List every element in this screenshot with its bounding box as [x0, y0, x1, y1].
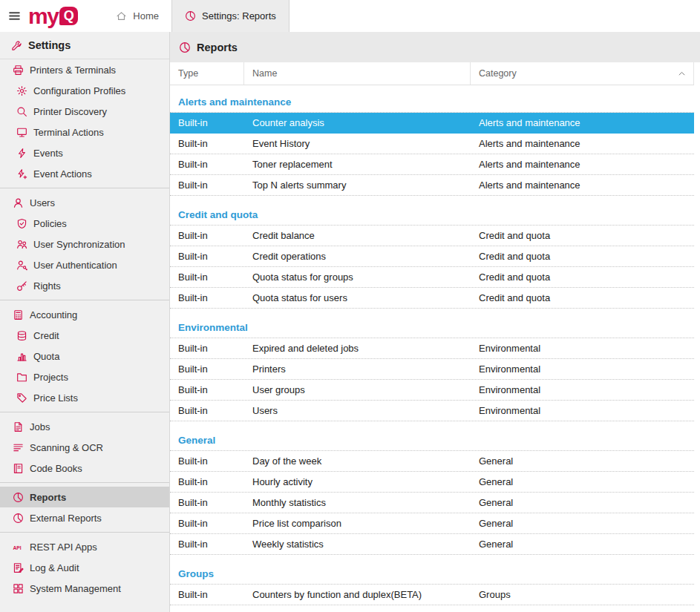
- cell-name: Expired and deleted jobs: [244, 338, 471, 358]
- sidebar-item-accounting[interactable]: Accounting: [0, 304, 169, 325]
- table-row[interactable]: Built-inPrice list comparisonGeneral: [170, 513, 694, 534]
- sidebar-item-rest-api-apps[interactable]: APIREST API Apps: [0, 536, 169, 557]
- table-row[interactable]: Built-inTop N alerts summaryAlerts and m…: [170, 175, 694, 196]
- column-header-name[interactable]: Name: [244, 62, 471, 85]
- sidebar-item-label: Event Actions: [33, 168, 92, 180]
- svg-text:API: API: [13, 544, 21, 550]
- sidebar-item-projects[interactable]: Projects: [0, 366, 169, 387]
- cell-name: Counter analysis: [244, 113, 471, 133]
- reports-icon: [179, 42, 191, 53]
- sidebar-item-events[interactable]: Events: [0, 142, 169, 163]
- table-row[interactable]: Built-inPrintersEnvironmental: [170, 359, 694, 380]
- sidebar-item-policies[interactable]: Policies: [0, 213, 169, 234]
- sidebar-item-users[interactable]: Users: [0, 192, 169, 213]
- table-row[interactable]: Built-inCredit balanceCredit and quota: [170, 226, 694, 246]
- cell-type: Built-in: [170, 154, 244, 174]
- credit-icon: [16, 329, 27, 341]
- cell-type: Built-in: [170, 451, 244, 471]
- tab-home[interactable]: Home: [103, 0, 171, 32]
- menu-icon[interactable]: [0, 0, 28, 32]
- key-icon: [16, 280, 27, 292]
- sidebar-nav: Printers & TerminalsConfiguration Profil…: [0, 59, 169, 599]
- cell-type: Built-in: [170, 401, 244, 421]
- table-row[interactable]: Built-inQuota status for usersCredit and…: [170, 288, 694, 309]
- table-row[interactable]: Built-inToner replacementAlerts and main…: [170, 154, 694, 175]
- table-row[interactable]: Built-inCounters by function and duplex(…: [170, 585, 694, 605]
- cell-category: Environmental: [471, 380, 694, 400]
- cell-name: Counters by function and duplex(BETA): [244, 585, 471, 605]
- sidebar-item-label: User Synchronization: [33, 239, 125, 250]
- tab-home-label: Home: [133, 10, 159, 22]
- sidebar-item-jobs[interactable]: Jobs: [0, 416, 169, 437]
- sidebar-item-code-books[interactable]: Code Books: [0, 458, 169, 478]
- cell-category: Groups: [471, 585, 694, 605]
- logo-text-my: my: [28, 5, 58, 27]
- log-icon: [12, 562, 24, 573]
- sidebar-item-log-audit[interactable]: Log & Audit: [0, 557, 169, 578]
- cell-name: Weekly statistics: [244, 534, 471, 554]
- bolt-icon: [16, 147, 27, 159]
- sidebar-item-label: Accounting: [30, 309, 77, 320]
- sidebar-item-credit[interactable]: Credit: [0, 325, 169, 346]
- table-row[interactable]: Built-inUser groupsEnvironmental: [170, 380, 694, 401]
- table-row[interactable]: Built-inDay of the weekGeneral: [170, 451, 694, 472]
- sidebar-item-label: Scanning & OCR: [30, 442, 103, 453]
- table-row[interactable]: Built-inExpired and deleted jobsEnvironm…: [170, 338, 694, 359]
- sidebar-item-rights[interactable]: Rights: [0, 275, 169, 296]
- cell-type: Built-in: [170, 513, 244, 533]
- tab-bar: Home Settings: Reports: [103, 0, 289, 32]
- table-row[interactable]: Built-inMonthly statisticsGeneral: [170, 493, 694, 513]
- code-books-icon: [12, 462, 24, 474]
- terminal-icon: [16, 126, 27, 138]
- scan-icon: [12, 441, 24, 453]
- reports-icon: [185, 10, 196, 22]
- topbar: my Q Home Settings: Reports: [0, 0, 700, 32]
- sidebar-item-user-authentication[interactable]: User Authentication: [0, 254, 169, 275]
- column-header-type[interactable]: Type: [170, 62, 244, 85]
- sidebar-item-label: Code Books: [30, 463, 82, 474]
- sidebar-item-user-synchronization[interactable]: User Synchronization: [0, 234, 169, 254]
- tab-settings-reports[interactable]: Settings: Reports: [171, 0, 290, 32]
- sidebar-item-quota[interactable]: Quota: [0, 346, 169, 366]
- sidebar-item-terminal-actions[interactable]: Terminal Actions: [0, 122, 169, 142]
- sidebar-item-system-management[interactable]: System Management: [0, 578, 169, 599]
- table-row[interactable]: Built-inCredit operationsCredit and quot…: [170, 246, 694, 267]
- sidebar-item-price-lists[interactable]: Price Lists: [0, 387, 169, 408]
- column-header-category[interactable]: Category: [471, 62, 694, 85]
- cell-name: Day of the week: [244, 451, 471, 471]
- column-header-category-label: Category: [479, 68, 517, 79]
- logo-q-badge: Q: [59, 7, 78, 25]
- cell-type: Built-in: [170, 134, 244, 154]
- sidebar-item-label: User Authentication: [33, 260, 117, 271]
- sidebar-divider: [0, 482, 169, 483]
- table-row[interactable]: Built-inEvent HistoryAlerts and maintena…: [170, 134, 694, 154]
- page-title: Reports: [197, 42, 238, 53]
- sidebar-item-external-reports[interactable]: External Reports: [0, 507, 169, 528]
- table-header-row: Type Name Category: [170, 62, 694, 85]
- table-group-header-environmental: Environmental: [170, 320, 694, 338]
- sidebar-item-scanning-ocr[interactable]: Scanning & OCR: [0, 437, 169, 458]
- sidebar-item-reports[interactable]: Reports: [0, 487, 169, 507]
- myq-app-window: my Q Home Settings: Reports Settings Pri…: [0, 0, 700, 612]
- sidebar-item-printer-discovery[interactable]: Printer Discovery: [0, 101, 169, 122]
- table-row[interactable]: Built-inWeekly statisticsGeneral: [170, 534, 694, 555]
- cell-name: Monthly statistics: [244, 493, 471, 513]
- sidebar-item-label: Terminal Actions: [33, 127, 104, 138]
- table-row[interactable]: Built-inUsersEnvironmental: [170, 401, 694, 421]
- myq-logo[interactable]: my Q: [28, 0, 85, 32]
- cell-type: Built-in: [170, 359, 244, 379]
- cell-category: General: [471, 513, 694, 533]
- sidebar-item-label: Reports: [30, 492, 66, 503]
- sidebar-item-label: Credit: [33, 330, 59, 341]
- cell-category: General: [471, 493, 694, 513]
- table-row[interactable]: Built-inHourly activityGeneral: [170, 472, 694, 493]
- cell-type: Built-in: [170, 472, 244, 492]
- table-group-header-groups: Groups: [170, 566, 694, 585]
- sidebar-item-configuration-profiles[interactable]: Configuration Profiles: [0, 80, 169, 101]
- system-icon: [12, 582, 24, 594]
- sidebar-item-printers-terminals[interactable]: Printers & Terminals: [0, 59, 169, 80]
- sidebar-item-event-actions[interactable]: Event Actions: [0, 163, 169, 184]
- table-row[interactable]: Built-inQuota status for groupsCredit an…: [170, 267, 694, 288]
- table-row[interactable]: Built-inCounter analysisAlerts and maint…: [170, 113, 694, 134]
- cell-name: Quota status for users: [244, 288, 471, 308]
